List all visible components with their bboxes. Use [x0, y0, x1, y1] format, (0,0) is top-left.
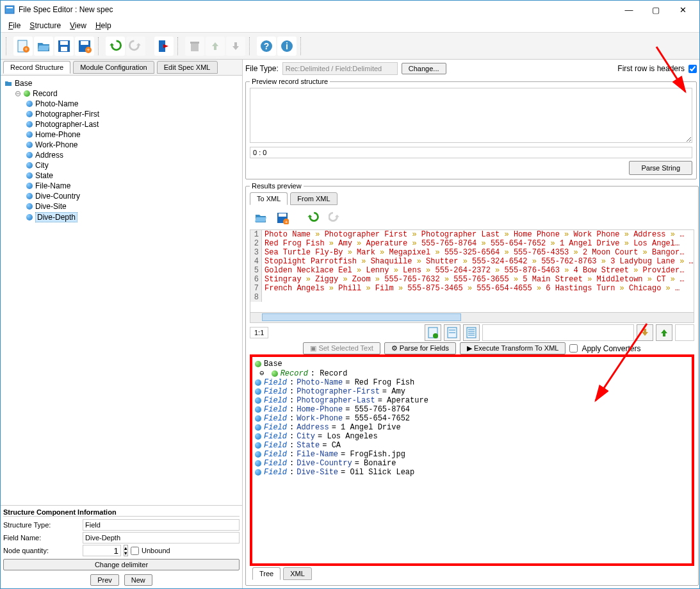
menu-structure[interactable]: Structure — [26, 20, 65, 31]
close-button[interactable]: ✕ — [670, 2, 696, 17]
view-mode-3-icon[interactable] — [463, 324, 480, 341]
tree-field[interactable]: State — [35, 171, 53, 180]
tree-field[interactable]: File-Name — [35, 181, 70, 190]
svg-rect-16 — [190, 42, 199, 44]
preview-record-textarea[interactable] — [250, 88, 692, 143]
svg-rect-30 — [467, 328, 476, 338]
unbound-checkbox[interactable] — [131, 547, 139, 555]
node-qty-label: Node quantity: — [3, 547, 80, 554]
move-down-button[interactable] — [226, 37, 245, 56]
open-file-button[interactable] — [34, 37, 53, 56]
arrow-up-icon[interactable] — [656, 324, 672, 341]
move-up-button[interactable] — [206, 37, 225, 56]
results-redo-button[interactable] — [325, 208, 345, 228]
delete-button[interactable] — [185, 37, 204, 56]
set-selected-text-button: ▣ Set Selected Text — [303, 342, 380, 354]
tree-field[interactable]: Photo-Name — [35, 99, 78, 108]
first-row-headers-label: First row is headers — [617, 64, 685, 73]
prev-button[interactable]: Prev — [90, 574, 119, 586]
svg-rect-2 — [5, 6, 14, 13]
tree-record[interactable]: Record — [33, 89, 58, 98]
file-type-field — [282, 62, 398, 75]
menu-file[interactable]: File — [4, 20, 24, 31]
results-open-button[interactable] — [251, 208, 270, 228]
svg-rect-8 — [60, 41, 68, 45]
svg-point-26 — [433, 333, 438, 338]
parse-for-fields-button[interactable]: ⚙ Parse for Fields — [384, 342, 456, 354]
field-icon — [26, 172, 33, 179]
tab-record-structure[interactable]: Record Structure — [3, 61, 70, 74]
tree-field[interactable]: Address — [35, 151, 63, 160]
results-save-button[interactable]: + — [273, 208, 292, 228]
field-icon — [26, 193, 33, 199]
new-file-button[interactable]: + — [13, 37, 33, 56]
file-type-label: File Type: — [245, 64, 279, 73]
tree-base[interactable]: Base — [15, 79, 32, 88]
node-qty-input[interactable] — [83, 545, 121, 556]
maximize-button[interactable]: ▢ — [643, 2, 669, 17]
apply-converters-checkbox[interactable] — [569, 344, 578, 353]
field-icon — [26, 111, 33, 117]
minimize-button[interactable]: — — [616, 2, 642, 17]
change-filetype-button[interactable]: Change... — [402, 63, 446, 74]
field-icon — [26, 214, 33, 220]
new-button[interactable]: New — [124, 574, 152, 586]
save-button[interactable] — [54, 37, 74, 56]
field-icon — [26, 152, 33, 158]
view-mode-1-icon[interactable] — [425, 324, 441, 341]
tree-field[interactable]: Home-Phone — [35, 130, 81, 139]
tree-field[interactable]: Photographer-Last — [35, 120, 99, 129]
preview-legend: Preview record structure — [250, 78, 330, 85]
results-hscroll[interactable] — [250, 313, 694, 323]
svg-text:i: i — [286, 41, 288, 51]
svg-text:?: ? — [264, 41, 270, 51]
tab-xml[interactable]: XML — [283, 567, 312, 580]
tree-field[interactable]: Dive-Site — [35, 202, 67, 211]
structure-tree[interactable]: Base ⊖Record Photo-NamePhotographer-Firs… — [1, 75, 242, 505]
field-icon — [26, 203, 33, 210]
help-button[interactable]: ? — [257, 37, 276, 56]
field-icon — [26, 183, 33, 189]
structure-type-field[interactable] — [83, 519, 240, 531]
results-code-area[interactable]: 1Photo Name » Photographer First » Photo… — [250, 229, 694, 313]
svg-rect-9 — [61, 47, 67, 51]
field-name-input[interactable] — [83, 532, 240, 543]
tree-field[interactable]: Dive-Depth — [35, 212, 77, 222]
info-button[interactable]: i — [277, 37, 297, 56]
svg-rect-15 — [191, 44, 199, 51]
apply-converters-label: Apply Converters — [582, 344, 640, 353]
tree-field[interactable]: Photographer-First — [35, 110, 99, 119]
tab-to-xml[interactable]: To XML — [250, 192, 288, 205]
preview-status: 0 : 0 — [250, 147, 692, 158]
tab-from-xml[interactable]: From XML — [290, 192, 337, 205]
view-mode-2-icon[interactable] — [444, 324, 460, 341]
tree-field[interactable]: Work-Phone — [35, 140, 77, 149]
unbound-label: Unbound — [142, 547, 170, 554]
exit-button[interactable] — [154, 37, 174, 56]
tree-field[interactable]: City — [35, 161, 49, 170]
info-heading: Structure Component Information — [3, 508, 240, 517]
status-blank-1 — [482, 324, 634, 341]
execute-transform-button[interactable]: ▶ Execute Transform To XML — [460, 342, 566, 354]
redo-button[interactable] — [126, 37, 145, 56]
tree-field[interactable]: Dive-Country — [35, 192, 80, 201]
svg-rect-11 — [81, 41, 88, 45]
tab-edit-spec-xml[interactable]: Edit Spec XML — [157, 61, 218, 74]
tab-module-configuration[interactable]: Module Configuration — [73, 61, 154, 74]
first-row-headers-checkbox[interactable] — [688, 65, 697, 73]
output-tree[interactable]: Base ⊖ Record: Record Field: Photo-Name … — [250, 354, 694, 566]
arrow-down-icon[interactable] — [637, 324, 653, 341]
menu-help[interactable]: Help — [92, 20, 115, 31]
menu-view[interactable]: View — [66, 20, 90, 31]
tab-tree[interactable]: Tree — [252, 567, 281, 580]
results-undo-button[interactable] — [304, 208, 323, 228]
svg-rect-22 — [279, 213, 286, 217]
parse-string-button[interactable]: Parse String — [629, 161, 692, 175]
svg-rect-3 — [6, 7, 13, 8]
save-as-button[interactable]: + — [75, 37, 94, 56]
node-qty-spinner[interactable]: ▴▾ — [124, 545, 128, 556]
cursor-position: 1:1 — [250, 327, 268, 338]
field-icon — [26, 121, 33, 128]
undo-button[interactable] — [106, 37, 125, 56]
change-delimiter-button[interactable]: Change delimiter — [3, 559, 240, 570]
